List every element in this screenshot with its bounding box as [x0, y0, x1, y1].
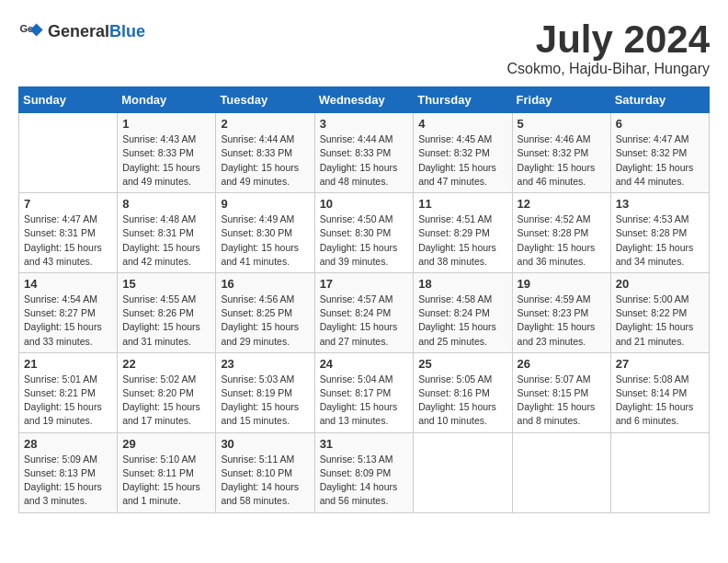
calendar-cell: 9Sunrise: 4:49 AM Sunset: 8:30 PM Daylig… — [216, 193, 314, 273]
day-of-week-header: Monday — [118, 87, 216, 113]
calendar-cell: 15Sunrise: 4:55 AM Sunset: 8:26 PM Dayli… — [118, 272, 216, 352]
location-subtitle: Csokmo, Hajdu-Bihar, Hungary — [506, 61, 710, 77]
calendar-cell: 11Sunrise: 4:51 AM Sunset: 8:29 PM Dayli… — [414, 193, 512, 273]
day-number: 16 — [221, 277, 309, 291]
day-number: 14 — [24, 277, 112, 291]
day-number: 21 — [24, 357, 112, 371]
days-of-week-row: SundayMondayTuesdayWednesdayThursdayFrid… — [19, 87, 710, 113]
day-number: 3 — [320, 117, 409, 131]
day-number: 8 — [122, 197, 210, 211]
day-info: Sunrise: 4:50 AM Sunset: 8:30 PM Dayligh… — [320, 213, 409, 269]
calendar-week-row: 7Sunrise: 4:47 AM Sunset: 8:31 PM Daylig… — [19, 193, 710, 273]
calendar-cell — [610, 432, 709, 512]
calendar-cell: 30Sunrise: 5:11 AM Sunset: 8:10 PM Dayli… — [216, 432, 314, 512]
day-number: 17 — [320, 277, 409, 291]
calendar-cell: 13Sunrise: 4:53 AM Sunset: 8:28 PM Dayli… — [610, 193, 709, 273]
day-number: 24 — [320, 357, 409, 371]
calendar-table: SundayMondayTuesdayWednesdayThursdayFrid… — [18, 86, 710, 512]
day-number: 31 — [320, 437, 409, 451]
day-info: Sunrise: 5:13 AM Sunset: 8:09 PM Dayligh… — [320, 453, 409, 509]
day-number: 12 — [518, 197, 606, 211]
calendar-cell: 1Sunrise: 4:43 AM Sunset: 8:33 PM Daylig… — [118, 113, 216, 193]
day-info: Sunrise: 4:57 AM Sunset: 8:24 PM Dayligh… — [320, 293, 409, 349]
day-number: 2 — [221, 117, 309, 131]
day-info: Sunrise: 5:07 AM Sunset: 8:15 PM Dayligh… — [518, 373, 606, 429]
day-of-week-header: Thursday — [414, 87, 512, 113]
calendar-cell: 4Sunrise: 4:45 AM Sunset: 8:32 PM Daylig… — [414, 113, 512, 193]
calendar-cell: 29Sunrise: 5:10 AM Sunset: 8:11 PM Dayli… — [118, 432, 216, 512]
logo-icon: Gen — [18, 18, 44, 44]
calendar-week-row: 28Sunrise: 5:09 AM Sunset: 8:13 PM Dayli… — [19, 432, 710, 512]
calendar-body: 1Sunrise: 4:43 AM Sunset: 8:33 PM Daylig… — [19, 113, 710, 512]
day-number: 26 — [518, 357, 606, 371]
day-info: Sunrise: 5:02 AM Sunset: 8:20 PM Dayligh… — [122, 373, 210, 429]
day-number: 9 — [221, 197, 309, 211]
day-info: Sunrise: 4:51 AM Sunset: 8:29 PM Dayligh… — [418, 213, 506, 269]
day-number: 23 — [221, 357, 309, 371]
day-info: Sunrise: 5:08 AM Sunset: 8:14 PM Dayligh… — [616, 373, 704, 429]
calendar-cell: 8Sunrise: 4:48 AM Sunset: 8:31 PM Daylig… — [118, 193, 216, 273]
calendar-cell: 14Sunrise: 4:54 AM Sunset: 8:27 PM Dayli… — [19, 272, 118, 352]
day-of-week-header: Wednesday — [314, 87, 414, 113]
day-number: 27 — [616, 357, 704, 371]
day-info: Sunrise: 5:03 AM Sunset: 8:19 PM Dayligh… — [221, 373, 309, 429]
calendar-cell: 21Sunrise: 5:01 AM Sunset: 8:21 PM Dayli… — [19, 352, 118, 432]
calendar-cell: 12Sunrise: 4:52 AM Sunset: 8:28 PM Dayli… — [512, 193, 610, 273]
calendar-cell — [512, 432, 610, 512]
day-number: 19 — [518, 277, 606, 291]
calendar-header: SundayMondayTuesdayWednesdayThursdayFrid… — [19, 87, 710, 113]
day-number: 10 — [320, 197, 409, 211]
day-info: Sunrise: 4:49 AM Sunset: 8:30 PM Dayligh… — [221, 213, 309, 269]
day-info: Sunrise: 4:59 AM Sunset: 8:23 PM Dayligh… — [518, 293, 606, 349]
day-info: Sunrise: 4:52 AM Sunset: 8:28 PM Dayligh… — [518, 213, 606, 269]
calendar-week-row: 14Sunrise: 4:54 AM Sunset: 8:27 PM Dayli… — [19, 272, 710, 352]
calendar-cell: 24Sunrise: 5:04 AM Sunset: 8:17 PM Dayli… — [314, 352, 414, 432]
day-of-week-header: Tuesday — [216, 87, 314, 113]
day-number: 11 — [418, 197, 506, 211]
day-number: 25 — [418, 357, 506, 371]
calendar-cell: 31Sunrise: 5:13 AM Sunset: 8:09 PM Dayli… — [314, 432, 414, 512]
day-number: 6 — [616, 117, 704, 131]
day-info: Sunrise: 4:58 AM Sunset: 8:24 PM Dayligh… — [418, 293, 506, 349]
day-info: Sunrise: 4:48 AM Sunset: 8:31 PM Dayligh… — [122, 213, 210, 269]
month-year-title: July 2024 — [506, 18, 710, 61]
title-block: July 2024 Csokmo, Hajdu-Bihar, Hungary — [506, 18, 710, 77]
calendar-cell: 18Sunrise: 4:58 AM Sunset: 8:24 PM Dayli… — [414, 272, 512, 352]
logo: Gen GeneralBlue — [18, 18, 145, 44]
day-number: 22 — [122, 357, 210, 371]
day-info: Sunrise: 5:09 AM Sunset: 8:13 PM Dayligh… — [24, 453, 112, 509]
calendar-cell: 26Sunrise: 5:07 AM Sunset: 8:15 PM Dayli… — [512, 352, 610, 432]
day-info: Sunrise: 4:47 AM Sunset: 8:32 PM Dayligh… — [616, 132, 704, 189]
day-of-week-header: Saturday — [610, 87, 709, 113]
day-number: 15 — [122, 277, 210, 291]
day-number: 7 — [24, 197, 112, 211]
calendar-cell: 6Sunrise: 4:47 AM Sunset: 8:32 PM Daylig… — [610, 113, 709, 193]
calendar-cell: 20Sunrise: 5:00 AM Sunset: 8:22 PM Dayli… — [610, 272, 709, 352]
calendar-cell: 17Sunrise: 4:57 AM Sunset: 8:24 PM Dayli… — [314, 272, 414, 352]
calendar-cell — [414, 432, 512, 512]
day-number: 29 — [122, 437, 210, 451]
day-info: Sunrise: 5:04 AM Sunset: 8:17 PM Dayligh… — [320, 373, 409, 429]
calendar-cell: 10Sunrise: 4:50 AM Sunset: 8:30 PM Dayli… — [314, 193, 414, 273]
day-info: Sunrise: 4:44 AM Sunset: 8:33 PM Dayligh… — [320, 132, 409, 189]
day-info: Sunrise: 4:46 AM Sunset: 8:32 PM Dayligh… — [518, 132, 606, 189]
day-number: 5 — [518, 117, 606, 131]
day-info: Sunrise: 5:11 AM Sunset: 8:10 PM Dayligh… — [221, 453, 309, 509]
day-number: 1 — [122, 117, 210, 131]
calendar-cell: 23Sunrise: 5:03 AM Sunset: 8:19 PM Dayli… — [216, 352, 314, 432]
day-info: Sunrise: 4:53 AM Sunset: 8:28 PM Dayligh… — [616, 213, 704, 269]
logo-blue: Blue — [109, 22, 145, 40]
day-info: Sunrise: 4:43 AM Sunset: 8:33 PM Dayligh… — [122, 132, 210, 189]
day-info: Sunrise: 4:55 AM Sunset: 8:26 PM Dayligh… — [122, 293, 210, 349]
day-number: 30 — [221, 437, 309, 451]
day-info: Sunrise: 5:10 AM Sunset: 8:11 PM Dayligh… — [122, 453, 210, 509]
calendar-cell: 28Sunrise: 5:09 AM Sunset: 8:13 PM Dayli… — [19, 432, 118, 512]
calendar-cell: 27Sunrise: 5:08 AM Sunset: 8:14 PM Dayli… — [610, 352, 709, 432]
day-info: Sunrise: 5:05 AM Sunset: 8:16 PM Dayligh… — [418, 373, 506, 429]
day-of-week-header: Sunday — [19, 87, 118, 113]
day-number: 13 — [616, 197, 704, 211]
day-info: Sunrise: 5:00 AM Sunset: 8:22 PM Dayligh… — [616, 293, 704, 349]
day-number: 4 — [418, 117, 506, 131]
page-header: Gen GeneralBlue July 2024 Csokmo, Hajdu-… — [18, 18, 710, 77]
calendar-week-row: 1Sunrise: 4:43 AM Sunset: 8:33 PM Daylig… — [19, 113, 710, 193]
